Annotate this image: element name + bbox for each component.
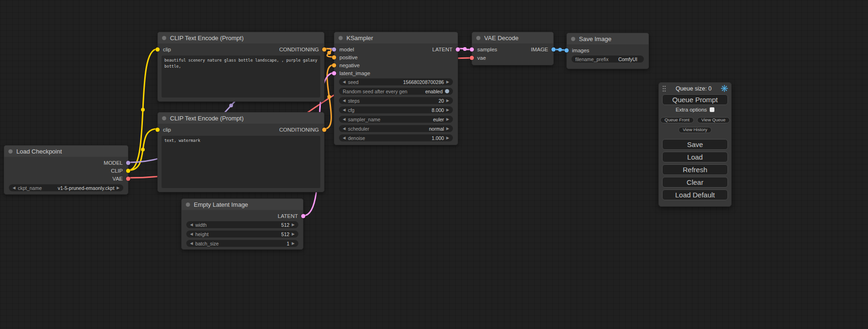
queue-prompt-button[interactable]: Queue Prompt <box>662 94 728 105</box>
model-input-port[interactable] <box>332 47 336 51</box>
node-save-image[interactable]: Save Image images filename_prefix ComfyU… <box>566 33 649 69</box>
increment-arrow-icon[interactable]: ▶ <box>117 186 120 190</box>
increment-arrow-icon[interactable]: ▶ <box>446 127 449 131</box>
queue-panel[interactable]: Queue size: 0 Queue Prompt Extra options… <box>658 82 732 207</box>
conditioning-output-port[interactable] <box>322 127 326 132</box>
clip-input-port[interactable] <box>155 127 160 132</box>
port-label: LATENT <box>278 213 298 219</box>
node-title-bar[interactable]: Save Image <box>567 33 649 44</box>
refresh-button[interactable]: Refresh <box>662 164 728 175</box>
node-load-checkpoint[interactable]: Load Checkpoint MODEL CLIP VAE ◀ ckpt_na… <box>4 145 128 195</box>
widget-value: enabled <box>425 89 443 94</box>
clear-button[interactable]: Clear <box>662 177 728 188</box>
collapse-dot-icon[interactable] <box>476 36 480 40</box>
cfg-widget[interactable]: ◀ cfg 8.000 ▶ <box>339 106 453 113</box>
clip-output-port[interactable] <box>126 168 130 173</box>
node-graph-canvas[interactable]: Load Checkpoint MODEL CLIP VAE ◀ ckpt_na… <box>0 0 868 329</box>
decrement-arrow-icon[interactable]: ◀ <box>343 136 346 140</box>
model-output-port[interactable] <box>126 161 130 165</box>
increment-arrow-icon[interactable]: ▶ <box>292 242 295 245</box>
widget-value: euler <box>433 117 444 122</box>
node-clip-text-encode-positive[interactable]: CLIP Text Encode (Prompt) clip CONDITION… <box>157 32 325 102</box>
conditioning-output-port[interactable] <box>322 47 326 51</box>
node-title: VAE Decode <box>484 35 518 42</box>
clip-input-port[interactable] <box>155 47 160 51</box>
seed-widget[interactable]: ◀ seed 156680208700286 ▶ <box>339 78 453 85</box>
decrement-arrow-icon[interactable]: ◀ <box>190 223 193 227</box>
port-label: LATENT <box>432 47 452 52</box>
node-title: Empty Latent Image <box>194 201 248 208</box>
ckpt-name-widget[interactable]: ◀ ckpt_name v1-5-pruned-emaonly.ckpt ▶ <box>9 184 123 191</box>
node-title-bar[interactable]: Empty Latent Image <box>182 199 303 210</box>
samples-input-port[interactable] <box>470 48 474 52</box>
steps-widget[interactable]: ◀ steps 20 ▶ <box>339 97 453 104</box>
decrement-arrow-icon[interactable]: ◀ <box>13 186 15 190</box>
node-ksampler[interactable]: KSampler model LATENT positive negative … <box>334 32 458 145</box>
collapse-dot-icon[interactable] <box>339 36 343 40</box>
vae-output-port[interactable] <box>126 176 130 181</box>
node-title-bar[interactable]: CLIP Text Encode (Prompt) <box>158 112 324 124</box>
node-title-bar[interactable]: VAE Decode <box>472 32 553 43</box>
node-empty-latent-image[interactable]: Empty Latent Image LATENT ◀ width 512 ▶ … <box>181 198 303 250</box>
node-clip-text-encode-negative[interactable]: CLIP Text Encode (Prompt) clip CONDITION… <box>157 112 325 192</box>
filename-prefix-widget[interactable]: filename_prefix ComfyUI <box>572 56 644 63</box>
increment-arrow-icon[interactable]: ▶ <box>446 136 449 140</box>
positive-input-port[interactable] <box>332 55 336 59</box>
decrement-arrow-icon[interactable]: ◀ <box>343 127 346 131</box>
image-output-port[interactable] <box>551 48 556 52</box>
node-vae-decode[interactable]: VAE Decode samples IMAGE vae <box>472 32 554 65</box>
toggle-icon[interactable] <box>445 89 449 93</box>
width-widget[interactable]: ◀ width 512 ▶ <box>186 221 298 228</box>
port-label: samples <box>477 47 497 52</box>
scheduler-widget[interactable]: ◀ scheduler normal ▶ <box>339 125 453 132</box>
denoise-widget[interactable]: ◀ denoise 1.000 ▶ <box>339 134 453 141</box>
view-history-button[interactable]: View History <box>678 127 712 133</box>
latent-image-input-port[interactable] <box>332 71 336 75</box>
decrement-arrow-icon[interactable]: ◀ <box>343 99 346 103</box>
increment-arrow-icon[interactable]: ▶ <box>446 99 449 103</box>
negative-prompt-textarea[interactable]: text, watermark <box>162 136 320 188</box>
decrement-arrow-icon[interactable]: ◀ <box>190 242 193 245</box>
widget-value: 20 <box>438 98 444 104</box>
decrement-arrow-icon[interactable]: ◀ <box>343 80 346 84</box>
latent-output-port[interactable] <box>301 214 305 218</box>
height-widget[interactable]: ◀ height 512 ▶ <box>186 231 298 238</box>
node-title-bar[interactable]: Load Checkpoint <box>4 146 128 157</box>
queue-front-button[interactable]: Queue Front <box>660 117 693 123</box>
extra-options-checkbox[interactable] <box>710 107 714 112</box>
decrement-arrow-icon[interactable]: ◀ <box>190 232 193 236</box>
collapse-dot-icon[interactable] <box>8 149 13 154</box>
port-label: CLIP <box>111 168 123 174</box>
increment-arrow-icon[interactable]: ▶ <box>446 118 449 121</box>
node-title-bar[interactable]: CLIP Text Encode (Prompt) <box>158 32 324 43</box>
collapse-dot-icon[interactable] <box>162 36 166 40</box>
positive-prompt-textarea[interactable]: beautiful scenery nature glass bottle la… <box>162 56 320 98</box>
increment-arrow-icon[interactable]: ▶ <box>446 80 449 84</box>
drag-handle-icon[interactable] <box>662 85 666 92</box>
batch-size-widget[interactable]: ◀ batch_size 1 ▶ <box>186 240 298 247</box>
collapse-dot-icon[interactable] <box>571 37 575 41</box>
node-title: KSampler <box>346 35 373 42</box>
collapse-dot-icon[interactable] <box>186 203 190 207</box>
images-input-port[interactable] <box>565 48 569 52</box>
vae-input-port[interactable] <box>470 56 474 60</box>
random-seed-widget[interactable]: Random seed after every gen enabled <box>339 88 453 95</box>
save-button[interactable]: Save <box>662 139 728 150</box>
load-default-button[interactable]: Load Default <box>662 189 728 200</box>
node-title: CLIP Text Encode (Prompt) <box>170 115 244 122</box>
load-button[interactable]: Load <box>662 152 728 162</box>
increment-arrow-icon[interactable]: ▶ <box>292 223 295 227</box>
view-queue-button[interactable]: View Queue <box>697 117 730 123</box>
settings-gear-icon[interactable] <box>721 85 728 92</box>
increment-arrow-icon[interactable]: ▶ <box>446 108 449 112</box>
latent-output-port[interactable] <box>456 47 460 51</box>
sampler-name-widget[interactable]: ◀ sampler_name euler ▶ <box>339 116 453 123</box>
negative-input-port[interactable] <box>332 63 336 67</box>
increment-arrow-icon[interactable]: ▶ <box>292 232 295 236</box>
decrement-arrow-icon[interactable]: ◀ <box>343 118 346 121</box>
port-label: model <box>339 47 354 52</box>
decrement-arrow-icon[interactable]: ◀ <box>343 108 346 112</box>
collapse-dot-icon[interactable] <box>162 116 166 120</box>
extra-options-label: Extra options <box>676 107 707 112</box>
node-title-bar[interactable]: KSampler <box>334 32 458 43</box>
